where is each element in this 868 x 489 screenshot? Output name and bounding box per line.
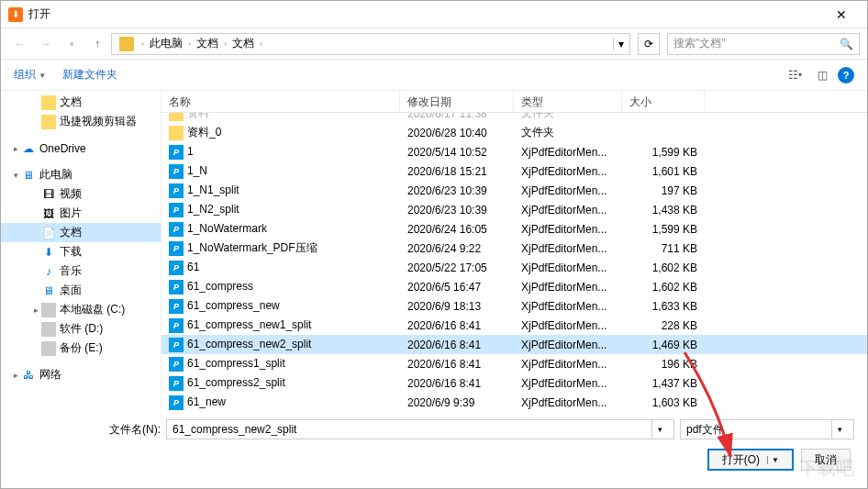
breadcrumb-seg-2[interactable]: 文档 — [227, 34, 260, 54]
filename-dropdown[interactable]: ▾ — [651, 420, 668, 439]
close-button[interactable]: ✕ — [823, 2, 860, 28]
toolbar: 组织 ▼ 新建文件夹 ☷ ▾ ◫ ? — [1, 60, 867, 91]
table-row[interactable]: P61_compress1_split2020/6/16 8:41XjPdfEd… — [161, 354, 867, 373]
back-button[interactable]: ← — [8, 32, 32, 56]
sidebar-item[interactable]: 备份 (E:) — [1, 339, 161, 358]
breadcrumb-seg-1[interactable]: 文档 — [191, 34, 224, 54]
filename-input[interactable]: 61_compress_new2_split ▾ — [166, 419, 674, 439]
sidebar-item[interactable]: 🖥桌面 — [1, 281, 161, 300]
table-row[interactable]: P1_N1_split2020/6/23 10:39XjPdfEditorMen… — [161, 181, 867, 200]
chevron-right-icon: › — [260, 39, 262, 49]
new-folder-button[interactable]: 新建文件夹 — [62, 67, 117, 83]
column-type[interactable]: 类型 — [514, 91, 622, 112]
file-list: 名称 修改日期 类型 大小 资料2020/6/17 11:38文件夹资料_020… — [161, 91, 867, 410]
app-icon: ⬇ — [8, 7, 23, 22]
filter-dropdown[interactable]: ▾ — [831, 420, 848, 439]
breadcrumb-dropdown[interactable]: ▾ — [613, 38, 628, 50]
search-icon: 🔍 — [840, 38, 853, 50]
table-row[interactable]: P1_NoWatermark_PDF压缩2020/6/24 9:22XjPdfE… — [161, 239, 867, 258]
sidebar-item[interactable]: 🎞视频 — [1, 184, 161, 204]
table-row[interactable]: P61_compress2020/6/5 16:47XjPdfEditorMen… — [161, 277, 867, 296]
filter-value: pdf文件 — [686, 422, 724, 438]
view-button[interactable]: ☷ ▾ — [783, 65, 807, 85]
sidebar-item[interactable]: ♪音乐 — [1, 261, 161, 281]
recent-dropdown[interactable]: ▾ — [60, 32, 83, 56]
table-row[interactable]: P61_compress_new2_split2020/6/16 8:41XjP… — [161, 335, 867, 354]
sidebar-item[interactable]: 软件 (D:) — [1, 319, 161, 339]
column-date[interactable]: 修改日期 — [400, 91, 514, 112]
help-icon[interactable]: ? — [838, 67, 854, 83]
breadcrumb-seg-0[interactable]: 此电脑 — [144, 34, 188, 54]
bottom-panel: 文件名(N): 61_compress_new2_split ▾ pdf文件 ▾… — [1, 410, 867, 478]
table-row[interactable]: P1_NoWatermark2020/6/24 16:05XjPdfEditor… — [161, 219, 867, 239]
organize-menu[interactable]: 组织 ▼ — [14, 67, 46, 83]
sidebar-item[interactable]: 🖼图片 — [1, 204, 161, 223]
forward-button[interactable]: → — [34, 32, 58, 56]
table-row[interactable]: P612020/5/22 17:05XjPdfEditorMen...1,602… — [161, 258, 867, 277]
sidebar: 文档迅捷视频剪辑器▸☁OneDrive▾🖥此电脑🎞视频🖼图片📄文档⬇下载♪音乐🖥… — [1, 91, 161, 410]
file-list-header[interactable]: 名称 修改日期 类型 大小 — [161, 91, 867, 113]
sidebar-item[interactable]: ⬇下载 — [1, 242, 161, 261]
window-title: 打开 — [28, 6, 823, 22]
navbar: ← → ▾ ↑ › 此电脑 › 文档 › 文档 › ▾ ⟳ 搜索"文档" 🔍 — [1, 28, 867, 60]
sidebar-item[interactable]: 📄文档 — [1, 223, 161, 242]
sidebar-item[interactable]: ▸☁OneDrive — [1, 139, 161, 158]
table-row[interactable]: P1_N2020/6/18 15:21XjPdfEditorMen...1,60… — [161, 161, 867, 181]
filename-value: 61_compress_new2_split — [172, 423, 296, 436]
table-row[interactable]: P61_new2020/6/9 9:39XjPdfEditorMen...1,6… — [161, 393, 867, 410]
table-row[interactable]: P1_N2_split2020/6/23 10:39XjPdfEditorMen… — [161, 200, 867, 219]
sidebar-item[interactable]: 文档 — [1, 93, 161, 112]
folder-icon — [119, 37, 134, 51]
search-input[interactable]: 搜索"文档" 🔍 — [667, 33, 860, 55]
table-row[interactable]: P12020/5/14 10:52XjPdfEditorMen...1,599 … — [161, 142, 867, 161]
search-placeholder: 搜索"文档" — [673, 36, 726, 51]
table-row[interactable]: P61_compress_new1_split2020/6/16 8:41XjP… — [161, 316, 867, 335]
open-split-dropdown[interactable]: ▼ — [767, 456, 779, 464]
breadcrumb[interactable]: › 此电脑 › 文档 › 文档 › ▾ — [111, 33, 630, 55]
table-row[interactable]: 资料2020/6/17 11:38文件夹 — [161, 113, 867, 123]
preview-pane-button[interactable]: ◫ — [810, 65, 834, 85]
sidebar-item[interactable]: 迅捷视频剪辑器 — [1, 112, 161, 131]
titlebar: ⬇ 打开 ✕ — [1, 1, 867, 28]
main-area: 文档迅捷视频剪辑器▸☁OneDrive▾🖥此电脑🎞视频🖼图片📄文档⬇下载♪音乐🖥… — [1, 91, 867, 410]
file-list-body: 资料2020/6/17 11:38文件夹资料_02020/6/28 10:40文… — [161, 113, 867, 410]
refresh-button[interactable]: ⟳ — [638, 33, 660, 55]
column-name[interactable]: 名称 — [161, 91, 400, 112]
up-button[interactable]: ↑ — [85, 32, 109, 56]
cancel-button[interactable]: 取消 — [801, 449, 851, 471]
table-row[interactable]: 资料_02020/6/28 10:40文件夹 — [161, 123, 867, 142]
filename-label: 文件名(N): — [14, 422, 161, 438]
open-button[interactable]: 打开(O) ▼ — [707, 449, 794, 471]
sidebar-item[interactable]: ▸🖧网络 — [1, 365, 161, 384]
column-size[interactable]: 大小 — [622, 91, 705, 112]
table-row[interactable]: P61_compress2_split2020/6/16 8:41XjPdfEd… — [161, 373, 867, 393]
sidebar-item[interactable]: ▸本地磁盘 (C:) — [1, 300, 161, 319]
table-row[interactable]: P61_compress_new2020/6/9 18:13XjPdfEdito… — [161, 296, 867, 316]
filetype-filter[interactable]: pdf文件 ▾ — [680, 419, 854, 439]
sidebar-item[interactable]: ▾🖥此电脑 — [1, 165, 161, 184]
